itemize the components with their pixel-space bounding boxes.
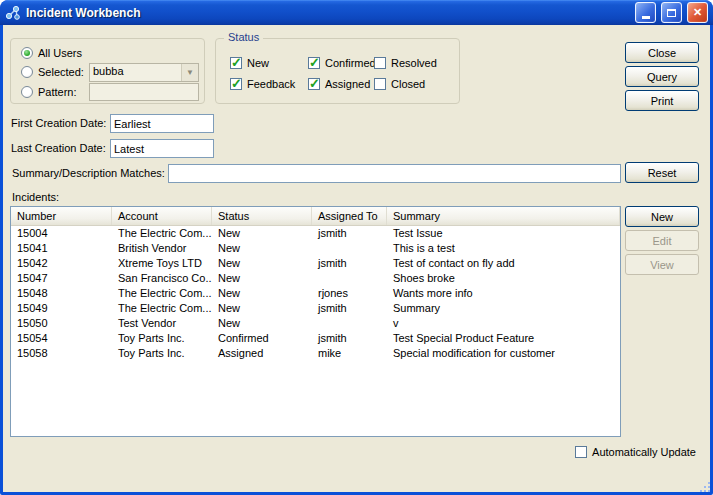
reset-button[interactable]: Reset	[625, 162, 699, 183]
last-creation-date-label: Last Creation Date:	[11, 142, 106, 154]
first-creation-date-input[interactable]	[110, 114, 214, 133]
incident-number: 15048	[11, 286, 112, 301]
checkbox-new-label: New	[247, 57, 269, 69]
radio-circle-icon	[21, 86, 33, 98]
query-button[interactable]: Query	[625, 66, 699, 87]
column-header-summary[interactable]: Summary	[387, 207, 620, 225]
radio-pattern[interactable]: Pattern:	[21, 86, 77, 98]
resize-grip[interactable]	[699, 481, 712, 494]
incident-row[interactable]: 15054 Toy Parts Inc. Confirmed jsmith Te…	[11, 331, 620, 346]
incident-account: Test Vendor	[112, 316, 212, 331]
summary-matches-label: Summary/Description Matches:	[12, 167, 165, 179]
checkbox-box-icon	[308, 57, 320, 69]
incident-status: New	[212, 286, 312, 301]
checkbox-feedback-label: Feedback	[247, 78, 295, 90]
close-window-button[interactable]	[687, 2, 708, 23]
incident-row[interactable]: 15049 The Electric Com... New jsmith Sum…	[11, 301, 620, 316]
minimize-button[interactable]	[635, 2, 656, 23]
incident-account: The Electric Com...	[112, 286, 212, 301]
incident-status: Confirmed	[212, 331, 312, 346]
incident-assigned-to: jsmith	[312, 301, 387, 316]
titlebar[interactable]: Incident Workbench	[0, 0, 713, 25]
column-header-assigned-to[interactable]: Assigned To	[312, 207, 387, 225]
view-button[interactable]: View	[625, 254, 699, 275]
first-creation-date-label: First Creation Date:	[11, 117, 106, 129]
radio-circle-icon	[21, 47, 33, 59]
selected-user-combobox[interactable]: bubba ▼	[89, 63, 199, 82]
last-creation-date-input[interactable]	[110, 139, 214, 158]
dialog-body: All Users Selected: bubba ▼ Pattern: Sta…	[3, 25, 710, 492]
column-header-number[interactable]: Number	[11, 207, 112, 225]
incident-account: Xtreme Toys LTD	[112, 256, 212, 271]
incident-assigned-to: jsmith	[312, 226, 387, 241]
close-button[interactable]: Close	[625, 42, 699, 63]
incident-row[interactable]: 15048 The Electric Com... New rjones Wan…	[11, 286, 620, 301]
incident-number: 15004	[11, 226, 112, 241]
incident-row[interactable]: 15004 The Electric Com... New jsmith Tes…	[11, 226, 620, 241]
incident-row[interactable]: 15050 Test Vendor New v	[11, 316, 620, 331]
pattern-input[interactable]	[89, 83, 199, 101]
checkbox-new[interactable]: New	[230, 57, 308, 69]
incident-status: New	[212, 241, 312, 256]
incident-assigned-to	[312, 271, 387, 286]
incident-summary: This is a test	[387, 241, 620, 256]
incident-summary: Wants more info	[387, 286, 620, 301]
radio-all-users[interactable]: All Users	[21, 47, 82, 59]
checkbox-box-icon	[230, 78, 242, 90]
radio-selected-label: Selected:	[38, 66, 84, 78]
maximize-button[interactable]	[661, 2, 682, 23]
incident-account: The Electric Com...	[112, 301, 212, 316]
incident-row[interactable]: 15041 British Vendor New This is a test	[11, 241, 620, 256]
checkbox-box-icon	[374, 78, 386, 90]
incident-assigned-to: jsmith	[312, 256, 387, 271]
incident-row[interactable]: 15047 San Francisco Co... New Shoes brok…	[11, 271, 620, 286]
incident-account: British Vendor	[112, 241, 212, 256]
incident-summary: Test of contact on fly add	[387, 256, 620, 271]
incident-row[interactable]: 15042 Xtreme Toys LTD New jsmith Test of…	[11, 256, 620, 271]
window-title: Incident Workbench	[26, 6, 630, 20]
column-header-account[interactable]: Account	[112, 207, 212, 225]
incident-workbench-window: Incident Workbench All Users Selected: b…	[0, 0, 713, 495]
incident-number: 15041	[11, 241, 112, 256]
incident-status: New	[212, 256, 312, 271]
selected-user-value: bubba	[90, 64, 181, 81]
checkbox-assigned-label: Assigned	[325, 78, 370, 90]
incidents-table-header: Number Account Status Assigned To Summar…	[11, 207, 620, 226]
incident-account: The Electric Com...	[112, 226, 212, 241]
incident-number: 15042	[11, 256, 112, 271]
auto-update-checkbox[interactable]: Automatically Update	[575, 446, 696, 458]
incident-summary: Test Issue	[387, 226, 620, 241]
incident-account: San Francisco Co...	[112, 271, 212, 286]
checkbox-feedback[interactable]: Feedback	[230, 78, 308, 90]
checkbox-box-icon	[575, 446, 587, 458]
incident-status: New	[212, 316, 312, 331]
checkbox-resolved[interactable]: Resolved	[374, 57, 437, 69]
incident-number: 15049	[11, 301, 112, 316]
incident-status: Assigned	[212, 346, 312, 361]
new-button[interactable]: New	[625, 206, 699, 227]
edit-button[interactable]: Edit	[625, 230, 699, 251]
checkbox-assigned[interactable]: Assigned	[308, 78, 374, 90]
chevron-down-icon[interactable]: ▼	[181, 64, 198, 81]
incidents-table: Number Account Status Assigned To Summar…	[10, 206, 621, 437]
checkbox-box-icon	[230, 57, 242, 69]
incident-assigned-to	[312, 316, 387, 331]
incidents-label: Incidents:	[12, 191, 59, 203]
incident-summary: v	[387, 316, 620, 331]
incident-assigned-to	[312, 241, 387, 256]
app-icon	[5, 5, 21, 21]
checkbox-confirmed[interactable]: Confirmed	[308, 57, 374, 69]
incident-row[interactable]: 15058 Toy Parts Inc. Assigned mike Speci…	[11, 346, 620, 361]
status-group-title: Status	[224, 31, 263, 43]
incident-account: Toy Parts Inc.	[112, 346, 212, 361]
column-header-status[interactable]: Status	[212, 207, 312, 225]
incident-number: 15058	[11, 346, 112, 361]
checkbox-confirmed-label: Confirmed	[325, 57, 376, 69]
checkbox-closed[interactable]: Closed	[374, 78, 437, 90]
radio-selected-user[interactable]: Selected:	[21, 66, 84, 78]
user-filter-group: All Users Selected: bubba ▼ Pattern:	[10, 38, 205, 104]
radio-circle-icon	[21, 66, 33, 78]
print-button[interactable]: Print	[625, 90, 699, 111]
incident-assigned-to: rjones	[312, 286, 387, 301]
summary-matches-input[interactable]	[168, 164, 621, 183]
